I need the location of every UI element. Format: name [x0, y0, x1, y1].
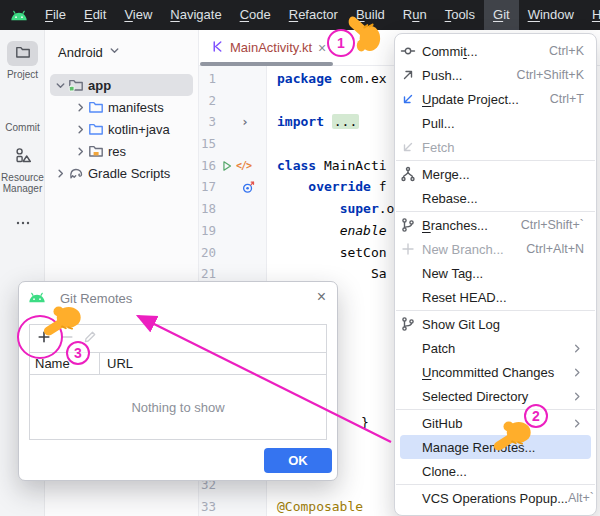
- fetch-icon: [400, 139, 422, 155]
- tree-item-res[interactable]: res: [50, 140, 193, 162]
- annotation-badge-1: 1: [327, 29, 355, 57]
- chevron-right-icon[interactable]: [73, 123, 87, 136]
- empty-table-message: Nothing to show: [30, 375, 326, 439]
- menubar-item-view[interactable]: View: [115, 0, 161, 30]
- android-studio-logo-icon: [10, 10, 28, 21]
- tab-label: MainActivity.kt: [230, 40, 312, 55]
- menu-item-branches[interactable]: Branches...Ctrl+Shift+`: [395, 213, 596, 237]
- menu-item-show-git-log[interactable]: Show Git Log: [395, 312, 596, 336]
- annotation-badge-3: 3: [66, 341, 90, 365]
- menu-item-new-tag[interactable]: New Tag...: [395, 261, 596, 285]
- submenu-arrow-icon: [571, 390, 584, 403]
- tree-item-app[interactable]: app: [50, 74, 193, 96]
- commit-icon: [15, 97, 31, 117]
- run-icon[interactable]: [220, 159, 234, 173]
- chevron-down-icon[interactable]: [53, 79, 67, 92]
- commit-icon: [400, 43, 422, 59]
- push-icon: [400, 67, 422, 83]
- sidebar-item-project[interactable]: Project: [0, 41, 45, 80]
- line-number: 3: [199, 111, 216, 133]
- resource-manager-icon: [15, 147, 31, 167]
- menu-item-pull[interactable]: Pull...: [395, 111, 596, 135]
- sidebar-item-resource-manager[interactable]: ResourceManager: [0, 144, 45, 194]
- line-number: 18: [199, 198, 216, 220]
- sidebar-item-commit[interactable]: Commit: [0, 94, 45, 133]
- menu-item-selected-directory[interactable]: Selected Directory: [395, 384, 596, 408]
- line-number: 2: [199, 90, 216, 112]
- chevron-right-icon[interactable]: [73, 101, 87, 114]
- project-folder-icon: [15, 44, 31, 64]
- tree-item-kotlin-java[interactable]: kotlin+java: [50, 118, 193, 140]
- menubar-item-help[interactable]: Help: [583, 0, 600, 30]
- menubar-item-file[interactable]: File: [36, 0, 75, 30]
- column-url[interactable]: URL: [99, 353, 326, 374]
- project-view-selector[interactable]: Android: [58, 44, 121, 60]
- menu-item-fetch[interactable]: Fetch: [395, 135, 596, 159]
- chevron-down-icon: [108, 44, 121, 60]
- menu-item-new-branch[interactable]: New Branch...Ctrl+Alt+N: [395, 237, 596, 261]
- update-icon: [400, 91, 422, 107]
- merge-icon: [400, 166, 422, 182]
- code-tag-icon[interactable]: </>: [236, 155, 251, 177]
- menubar-item-window[interactable]: Window: [519, 0, 583, 30]
- menubar-item-tools[interactable]: Tools: [436, 0, 484, 30]
- menubar-item-code[interactable]: Code: [231, 0, 280, 30]
- project-view-label: Android: [58, 45, 103, 60]
- code-brace: }: [361, 415, 369, 430]
- menubar-item-navigate[interactable]: Navigate: [161, 0, 230, 30]
- menubar-item-refactor[interactable]: Refactor: [280, 0, 347, 30]
- add-remote-button[interactable]: [37, 330, 51, 348]
- dialog-close-icon[interactable]: ×: [317, 288, 326, 306]
- menu-item-commit[interactable]: Commit...Ctrl+K: [395, 39, 596, 63]
- menu-separator: [396, 409, 595, 410]
- plus-icon: [400, 241, 422, 257]
- menu-item-reset-head[interactable]: Reset HEAD...: [395, 285, 596, 309]
- line-number: 19: [199, 220, 216, 242]
- menubar-item-edit[interactable]: Edit: [75, 0, 115, 30]
- submenu-arrow-icon: [571, 366, 584, 379]
- git-remotes-dialog: Git Remotes × Name URL Nothing to show O…: [18, 281, 338, 481]
- line-number: 1: [199, 68, 216, 90]
- menu-item-manage-remotes[interactable]: Manage Remotes...: [400, 435, 591, 459]
- menubar-item-git[interactable]: Git: [484, 0, 519, 30]
- menubar-items: FileEditViewNavigateCodeRefactorBuildRun…: [36, 0, 600, 30]
- folder-icon-blue: [87, 99, 104, 115]
- menu-item-push[interactable]: Push...Ctrl+Shift+K: [395, 63, 596, 87]
- more-tool-windows-button[interactable]: [0, 215, 45, 235]
- gradle-icon: [67, 165, 84, 181]
- menu-separator: [396, 484, 595, 485]
- resource-folder-icon: [87, 143, 104, 159]
- menu-item-merge[interactable]: Merge...: [395, 162, 596, 186]
- chevron-right-icon[interactable]: [73, 145, 87, 158]
- folder-icon-blue: [87, 121, 104, 137]
- menu-separator: [396, 160, 595, 161]
- tab-mainactivity[interactable]: MainActivity.kt ×: [203, 30, 334, 66]
- menu-item-github[interactable]: GitHub: [395, 411, 596, 435]
- chevron-right-icon[interactable]: [53, 167, 67, 180]
- menu-item-rebase[interactable]: Rebase...: [395, 186, 596, 210]
- menu-bar: FileEditViewNavigateCodeRefactorBuildRun…: [0, 0, 600, 30]
- menu-item-update-project[interactable]: Update Project...Ctrl+T: [395, 87, 596, 111]
- menu-item-patch[interactable]: Patch: [395, 336, 596, 360]
- submenu-arrow-icon: [571, 342, 584, 355]
- fold-arrow-icon[interactable]: ›: [241, 111, 249, 133]
- annotation-badge-2: 2: [524, 404, 548, 428]
- compose-preview-icon[interactable]: [241, 180, 256, 195]
- git-menu-dropdown: Commit...Ctrl+KPush...Ctrl+Shift+KUpdate…: [394, 33, 597, 516]
- ok-button[interactable]: OK: [264, 448, 332, 473]
- tree-item-gradle-scripts[interactable]: Gradle Scripts: [50, 162, 193, 184]
- menu-separator: [396, 211, 595, 212]
- kotlin-file-icon: [211, 39, 224, 57]
- menu-item-vcs-operations-popup[interactable]: VCS Operations Popup...Alt+`: [395, 486, 596, 510]
- submenu-arrow-icon: [571, 417, 584, 430]
- tab-close-icon[interactable]: ×: [318, 41, 326, 55]
- android-studio-logo-icon: [28, 291, 46, 306]
- menubar-item-run[interactable]: Run: [394, 0, 436, 30]
- line-number: 33: [199, 496, 216, 516]
- menubar-item-build[interactable]: Build: [347, 0, 394, 30]
- menu-item-uncommitted-changes[interactable]: Uncommitted Changes: [395, 360, 596, 384]
- menu-item-clone[interactable]: Clone...: [395, 459, 596, 483]
- tree-item-manifests[interactable]: manifests: [50, 96, 193, 118]
- branch-icon: [400, 217, 422, 233]
- module-folder-icon: [67, 77, 84, 93]
